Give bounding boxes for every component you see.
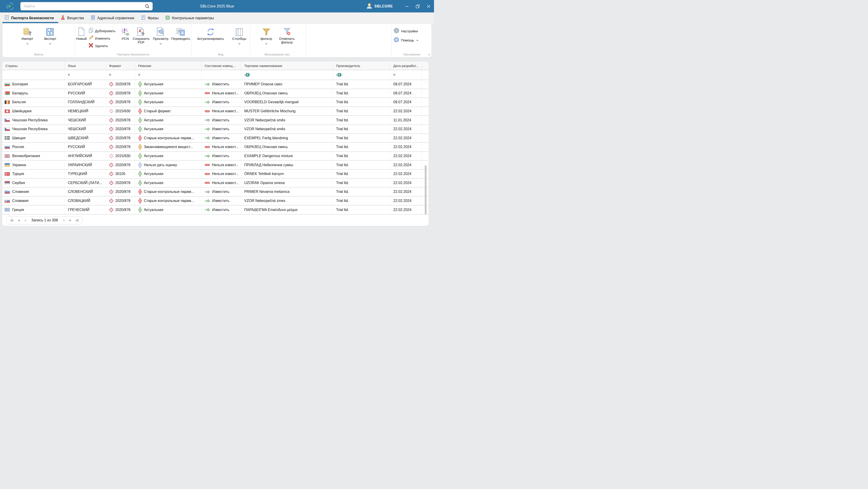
- group-menu-icon[interactable]: ≡: [428, 53, 430, 56]
- format-diamond-icon: !: [109, 109, 114, 113]
- tab-substances[interactable]: Вещества: [61, 12, 84, 24]
- fast-next-button[interactable]: »: [69, 218, 71, 222]
- search-box: [20, 2, 153, 10]
- filter-format[interactable]: =: [106, 70, 135, 80]
- record-counter: Запись 1 из 308: [30, 218, 59, 222]
- table-row[interactable]: ТурцияТУРЕЦКИЙ!30105АктуальнаяНельзя изв…: [2, 170, 429, 179]
- table-row[interactable]: ШвецияШВЕДСКИЙ!2020/878Старые контрольны…: [2, 134, 429, 143]
- filter-manufacturer[interactable]: aBc: [333, 70, 390, 80]
- pagination-bar: |« « ‹ Запись 1 из 308 › » »|: [2, 214, 429, 226]
- filter-trade-name[interactable]: aBc: [241, 70, 333, 80]
- notify-blocked-icon: [205, 146, 210, 148]
- tab-phrases[interactable]: Фразы: [141, 12, 159, 24]
- delete-button[interactable]: Удалить: [88, 43, 119, 49]
- notify-blocked-icon: [205, 92, 210, 95]
- tab-label: Адресный справочник: [97, 16, 134, 20]
- svg-text:!: !: [111, 137, 112, 140]
- filter-notification[interactable]: [202, 70, 241, 80]
- column-header-language[interactable]: Язык: [65, 62, 106, 70]
- tab-control-parameters[interactable]: Контрольные параметры: [165, 12, 214, 24]
- format-diamond-icon: !: [109, 190, 114, 194]
- new-button[interactable]: Новый: [75, 26, 88, 49]
- vertical-scrollbar-thumb[interactable]: [425, 165, 427, 214]
- svg-text:!: !: [111, 92, 112, 95]
- table-row[interactable]: Чешская РеспубликаЧЕШСКИЙ!2020/878Актуал…: [2, 116, 429, 125]
- revision-cell: Старые контрольные парам...: [135, 188, 202, 196]
- columns-button[interactable]: Столбцы: [230, 26, 249, 43]
- edit-button[interactable]: Изменить: [88, 35, 119, 41]
- duplicate-button[interactable]: Дублировать: [88, 28, 119, 34]
- table-row[interactable]: ГрецияГРЕЧЕСКИЙ!2020/878АктуальнаяИзвест…: [2, 206, 429, 214]
- trade-name-cell: PRIMER Nevarna mešanica: [241, 188, 333, 196]
- chevron-down-icon: [26, 41, 29, 43]
- language-cell: СЛОВАЦКИЙ: [65, 197, 106, 205]
- column-header-format[interactable]: Формат: [106, 62, 135, 70]
- column-header-notification[interactable]: Состояние извещ...: [202, 62, 241, 70]
- date-cell: 22.02.2024: [390, 170, 422, 178]
- trade-name-cell: EXEMPEL Farlig blandning: [241, 134, 333, 142]
- format-cell: !2020/878: [106, 206, 135, 214]
- svg-text:文: 文: [178, 29, 181, 33]
- table-row[interactable]: СербияСЕРБСКИЙ (ЛАТИ...!2020/878Актуальн…: [2, 179, 429, 188]
- table-row[interactable]: ВеликобританияАНГЛИЙСКИЙ!2015/830Актуаль…: [2, 152, 429, 161]
- table-row[interactable]: СловенияСЛОВЕНСКИЙ!2020/878Старые контро…: [2, 188, 429, 197]
- filter-language[interactable]: =: [65, 70, 106, 80]
- help-button[interactable]: ? Помощь: [392, 35, 432, 45]
- table-row[interactable]: БеларусьРУССКИЙ!2020/878АктуальнаяНельзя…: [2, 89, 429, 98]
- cancel-filter-icon: [283, 26, 291, 36]
- settings-button[interactable]: Настройки: [392, 27, 432, 35]
- svg-text:!: !: [111, 119, 112, 121]
- close-button[interactable]: [423, 0, 434, 12]
- import-button[interactable]: Импорт: [18, 26, 37, 43]
- translate-button[interactable]: 文 A Переводить: [170, 26, 191, 49]
- column-header-revision[interactable]: Ревизия: [135, 62, 202, 70]
- notification-cell: Известить: [202, 98, 241, 107]
- filter-country[interactable]: [2, 70, 65, 80]
- format-diamond-icon: !: [109, 181, 114, 185]
- first-page-button[interactable]: |«: [11, 218, 13, 222]
- spacer-cell: [422, 98, 429, 107]
- last-page-button[interactable]: »|: [75, 218, 79, 222]
- column-header-date[interactable]: Дата разработ...: [390, 62, 422, 70]
- table-row[interactable]: СловакияСЛОВАЦКИЙ!2020/878Старые контрол…: [2, 197, 429, 206]
- filter-date[interactable]: =: [390, 70, 422, 80]
- column-header-country[interactable]: Страны: [2, 62, 65, 70]
- minimize-button[interactable]: [401, 0, 412, 12]
- filter-revision[interactable]: =: [135, 70, 202, 80]
- tab-address-book[interactable]: Адресный справочник: [91, 12, 134, 24]
- cancel-filter-button[interactable]: Отменить фильтр: [276, 26, 298, 44]
- table-row[interactable]: БельгияГОЛЛАНДСКИЙ!2020/878АктуальнаяИзв…: [2, 98, 429, 107]
- restore-button[interactable]: [412, 0, 423, 12]
- target-icon: [165, 16, 170, 21]
- column-header-manufacturer[interactable]: Производитель: [333, 62, 390, 70]
- save-pdf-button[interactable]: Сохранить PDF: [131, 26, 151, 49]
- format-diamond-icon: !: [109, 208, 114, 212]
- prev-button[interactable]: ‹: [25, 218, 26, 222]
- format-diamond-icon: !: [109, 100, 114, 104]
- filter-button[interactable]: фильтр: [258, 26, 274, 44]
- next-button[interactable]: ›: [63, 218, 64, 222]
- column-header-trade-name[interactable]: Торговое наименование: [241, 62, 333, 70]
- fast-prev-button[interactable]: «: [18, 218, 20, 222]
- user-account-button[interactable]: SBLCORE: [366, 3, 393, 10]
- search-icon[interactable]: [145, 4, 150, 9]
- notification-cell: Нельзя извест...: [202, 89, 241, 97]
- notification-cell: Нельзя извест...: [202, 161, 241, 169]
- refresh-button[interactable]: Актуализировать: [193, 26, 228, 43]
- language-cell: ЧЕШСКИЙ: [65, 116, 106, 124]
- preview-button[interactable]: Просмотр: [152, 26, 169, 49]
- export-button[interactable]: Экспорт: [40, 26, 60, 43]
- country-cell: Сербия: [2, 179, 65, 187]
- language-cell: ГРЕЧЕСКИЙ: [65, 206, 106, 214]
- table-row[interactable]: УкраинаУКРАИНСКИЙ!2020/878Нельзя дать оц…: [2, 161, 429, 170]
- pcn-button[interactable]: PCN: [120, 26, 131, 49]
- notify-arrow-icon: [205, 127, 210, 131]
- trade-name-cell: ПРИКЛАД Небезпечна суміш: [241, 161, 333, 169]
- country-cell: Болгария: [2, 80, 65, 88]
- table-row[interactable]: ШвейцарияНЕМЕЦКИЙ!2015/830Старый форматН…: [2, 107, 429, 116]
- table-row[interactable]: Чешская РеспубликаЧЕШСКИЙ!2020/878Актуал…: [2, 125, 429, 134]
- table-row[interactable]: БолгарияБОЛГАРСКИЙ!2020/878АктуальнаяИзв…: [2, 80, 429, 89]
- revision-cell: Актуальная: [135, 80, 202, 88]
- table-row[interactable]: РоссияРУССКИЙ!2020/878Заканчивающиееся в…: [2, 143, 429, 152]
- search-input[interactable]: [21, 4, 145, 9]
